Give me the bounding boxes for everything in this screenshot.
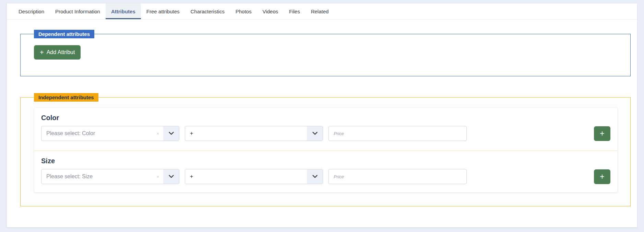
clear-icon[interactable]: × — [156, 175, 163, 179]
independent-attributes-legend: Independent attributes — [34, 93, 98, 102]
plus-icon: + — [600, 130, 604, 138]
content-panel: Description Product Information Attribut… — [7, 3, 637, 227]
independent-attributes-section: Independent attributes Color Please sele… — [20, 97, 631, 206]
chevron-down-icon[interactable] — [163, 126, 179, 141]
tab-videos[interactable]: Videos — [257, 3, 284, 19]
attribute-group-size: Size Please select: Size × + — [34, 151, 617, 192]
size-price-input[interactable] — [329, 169, 467, 184]
plus-icon: + — [600, 173, 604, 181]
add-size-value-button[interactable]: + — [594, 169, 610, 184]
tab-description[interactable]: Description — [13, 3, 50, 19]
dependent-attributes-section: Dependent attributes + Add Attribut — [20, 34, 631, 76]
size-attribute-select[interactable]: Please select: Size × — [41, 169, 179, 184]
attribute-controls-row: Please select: Color × + — [41, 126, 610, 141]
independent-attributes-card: Color Please select: Color × + — [34, 108, 617, 192]
chevron-down-icon[interactable] — [163, 169, 179, 184]
select-placeholder: Please select: Color — [41, 130, 156, 137]
add-attribute-button-label: Add Attribut — [47, 49, 75, 55]
tab-files[interactable]: Files — [284, 3, 306, 19]
color-value-select[interactable]: + — [185, 126, 323, 141]
chevron-down-icon[interactable] — [307, 126, 323, 141]
add-color-value-button[interactable]: + — [594, 126, 610, 141]
attribute-group-color: Color Please select: Color × + — [34, 108, 617, 151]
tab-characteristics[interactable]: Characteristics — [185, 3, 230, 19]
add-attribute-button[interactable]: + Add Attribut — [34, 45, 81, 60]
clear-icon[interactable]: × — [156, 131, 163, 136]
select-value: + — [185, 130, 307, 137]
color-price-input[interactable] — [329, 126, 467, 141]
tab-product-information[interactable]: Product Information — [50, 3, 106, 19]
color-attribute-select[interactable]: Please select: Color × — [41, 126, 179, 141]
dependent-attributes-legend: Dependent attributes — [34, 30, 94, 38]
chevron-down-icon[interactable] — [307, 169, 323, 184]
attribute-group-title: Color — [41, 114, 610, 122]
page: Description Product Information Attribut… — [0, 0, 644, 232]
tab-bar: Description Product Information Attribut… — [7, 3, 637, 20]
select-value: + — [185, 173, 307, 180]
tab-related[interactable]: Related — [306, 3, 334, 19]
attribute-controls-row: Please select: Size × + — [41, 169, 610, 184]
select-placeholder: Please select: Size — [41, 173, 156, 180]
attribute-group-title: Size — [41, 157, 610, 165]
tab-free-attributes[interactable]: Free attributes — [141, 3, 185, 19]
size-value-select[interactable]: + — [185, 169, 323, 184]
tab-attributes[interactable]: Attributes — [106, 3, 141, 19]
plus-icon: + — [40, 49, 44, 56]
tab-photos[interactable]: Photos — [230, 3, 257, 19]
